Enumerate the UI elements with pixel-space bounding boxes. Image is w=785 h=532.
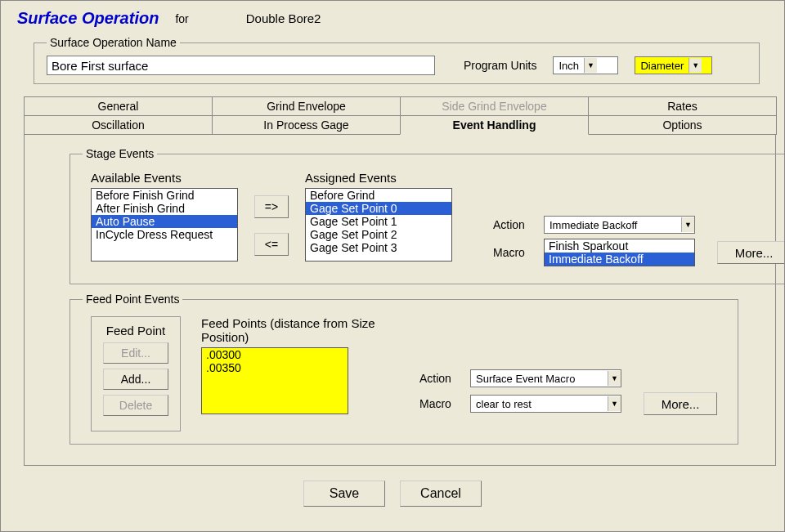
list-item[interactable]: Gage Set Point 2 — [306, 228, 451, 241]
fp-action-select[interactable]: Surface Event Macro ▼ — [470, 369, 621, 387]
feedpoints-list-label: Feed Points (distance from Size Position… — [201, 316, 403, 344]
diameter-value: Diameter — [635, 60, 689, 72]
feed-events-fieldset: Feed Point Events Feed Point Edit... Add… — [70, 293, 738, 445]
name-legend: Surface Operation Name — [47, 36, 180, 49]
chevron-down-icon: ▼ — [608, 371, 621, 386]
operation-name-input[interactable] — [47, 56, 435, 75]
move-left-button[interactable]: <= — [254, 233, 289, 256]
delete-button: Delete — [103, 395, 168, 416]
page-title: Surface Operation — [17, 9, 159, 28]
fp-more-button[interactable]: More... — [644, 392, 717, 415]
list-item[interactable]: Before Finish Grind — [92, 189, 237, 202]
list-item[interactable]: Gage Set Point 1 — [306, 215, 451, 228]
feedpoints-list[interactable]: .00300 .00350 — [201, 347, 348, 414]
tab-options[interactable]: Options — [588, 115, 777, 135]
tab-oscillation[interactable]: Oscillation — [24, 115, 213, 135]
name-fieldset: Surface Operation Name Program Units Inc… — [34, 36, 760, 84]
units-value: Inch — [554, 60, 584, 72]
macro-label: Macro — [493, 246, 534, 259]
for-label: for — [175, 12, 188, 25]
feed-events-legend: Feed Point Events — [83, 293, 182, 306]
assigned-events-list[interactable]: Before Grind Gage Set Point 0 Gage Set P… — [305, 188, 452, 262]
list-item[interactable]: Auto Pause — [92, 215, 237, 228]
list-item[interactable]: .00300 — [202, 348, 348, 361]
tab-rates[interactable]: Rates — [588, 96, 777, 116]
cancel-button[interactable]: Cancel — [400, 481, 482, 507]
program-units-label: Program Units — [464, 59, 536, 72]
tab-grind-envelope[interactable]: Grind Envelope — [212, 96, 401, 116]
list-item[interactable]: Gage Set Point 3 — [306, 241, 451, 254]
available-events-label: Available Events — [91, 171, 238, 185]
available-events-list[interactable]: Before Finish Grind After Finish Grind A… — [91, 188, 238, 262]
fp-macro-select[interactable]: clear to rest ▼ — [470, 395, 621, 413]
chevron-down-icon: ▼ — [681, 217, 694, 232]
edit-button: Edit... — [103, 342, 168, 364]
macro-option[interactable]: Finish Sparkout — [545, 239, 694, 253]
list-item[interactable]: Before Grind — [306, 189, 451, 202]
fp-macro-value: clear to rest — [471, 398, 608, 410]
macro-dropdown-open[interactable]: Finish Sparkout Immediate Backoff — [544, 239, 695, 266]
list-item[interactable]: InCycle Dress Request — [92, 228, 237, 241]
surface-name: Double Bore2 — [246, 11, 321, 25]
move-right-button[interactable]: => — [254, 195, 289, 218]
diameter-select[interactable]: Diameter ▼ — [635, 56, 712, 74]
fp-macro-label: Macro — [419, 397, 460, 410]
tab-general[interactable]: General — [24, 96, 213, 116]
more-button[interactable]: More... — [717, 241, 785, 264]
action-value: Immediate Backoff — [545, 219, 681, 231]
chevron-down-icon: ▼ — [608, 396, 621, 411]
chevron-down-icon: ▼ — [584, 58, 597, 73]
feedpoint-box: Feed Point Edit... Add... Delete — [91, 316, 181, 431]
tab-side-grind-envelope: Side Grind Envelope — [400, 96, 589, 116]
macro-option[interactable]: Immediate Backoff — [545, 253, 694, 266]
units-select[interactable]: Inch ▼ — [553, 56, 618, 74]
add-button[interactable]: Add... — [103, 369, 168, 390]
chevron-down-icon: ▼ — [689, 58, 702, 73]
action-select[interactable]: Immediate Backoff ▼ — [544, 216, 695, 234]
assigned-events-label: Assigned Events — [305, 171, 452, 185]
stage-events-legend: Stage Events — [83, 147, 157, 160]
save-button[interactable]: Save — [303, 481, 385, 507]
list-item[interactable]: Gage Set Point 0 — [306, 202, 451, 215]
fp-action-value: Surface Event Macro — [471, 373, 608, 385]
tab-in-process-gage[interactable]: In Process Gage — [212, 115, 401, 135]
fp-action-label: Action — [419, 372, 460, 385]
stage-events-fieldset: Stage Events Available Events Before Fin… — [70, 147, 785, 284]
list-item[interactable]: .00350 — [202, 361, 348, 374]
feedpoint-title: Feed Point — [103, 324, 168, 338]
action-label: Action — [493, 218, 534, 231]
list-item[interactable]: After Finish Grind — [92, 202, 237, 215]
tab-event-handling[interactable]: Event Handling — [400, 115, 589, 135]
